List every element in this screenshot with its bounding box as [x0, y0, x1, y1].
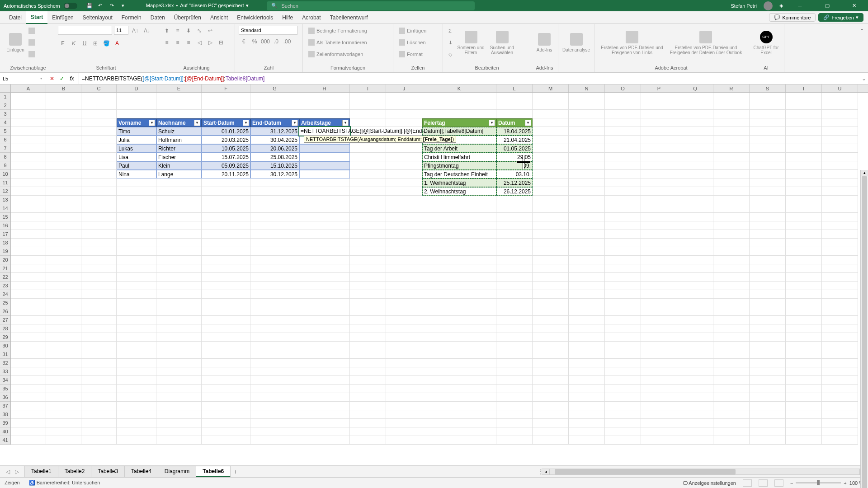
cell[interactable] [750, 187, 786, 196]
cell[interactable] [117, 324, 156, 333]
tab-hilfe[interactable]: Hilfe [278, 11, 297, 24]
cell[interactable] [533, 333, 569, 342]
cell[interactable] [81, 144, 117, 153]
cell[interactable] [117, 402, 156, 410]
cell[interactable] [117, 230, 156, 239]
scroll-up-button[interactable]: ▴ [861, 170, 868, 176]
cell[interactable] [533, 350, 569, 359]
pagebreak-view-button[interactable] [774, 479, 783, 487]
table1-cell[interactable]: 30.12.2025 [250, 170, 299, 178]
cell[interactable] [11, 324, 46, 333]
insert-cells-button[interactable]: Einfügen [397, 26, 439, 36]
cell[interactable] [713, 144, 750, 153]
cell[interactable] [46, 144, 81, 153]
sheet-tab-tabelle6[interactable]: Tabelle6 [196, 466, 231, 477]
next-sheet-button[interactable]: ▷ [13, 468, 21, 476]
cell[interactable] [533, 230, 569, 239]
cell[interactable] [422, 110, 496, 118]
cell[interactable] [422, 273, 496, 282]
cell[interactable] [569, 359, 605, 367]
cell[interactable] [786, 93, 822, 101]
cell[interactable] [350, 427, 386, 436]
cell[interactable] [117, 367, 156, 376]
cell[interactable] [202, 324, 250, 333]
cell[interactable] [750, 419, 786, 427]
cell[interactable] [350, 204, 386, 213]
inc-decimal-button[interactable]: .0 [271, 37, 281, 47]
cell[interactable] [713, 376, 750, 385]
cell[interactable] [350, 239, 386, 247]
autosum-button[interactable]: Σ [447, 26, 454, 36]
row-header-36[interactable]: 36 [0, 393, 10, 402]
cell[interactable] [641, 307, 677, 316]
cell[interactable] [569, 144, 605, 153]
table2-cell[interactable]: 26.12.2025 [496, 187, 533, 196]
cell[interactable] [677, 393, 713, 402]
font-name-box[interactable] [58, 26, 112, 35]
cell[interactable] [677, 170, 713, 178]
cell[interactable] [11, 393, 46, 402]
cell[interactable] [641, 393, 677, 402]
table2-header[interactable]: Feiertag▾ [422, 118, 496, 127]
cell[interactable] [202, 230, 250, 239]
diamond-icon[interactable]: ◈ [779, 3, 783, 9]
cell[interactable] [786, 239, 822, 247]
cell[interactable] [677, 101, 713, 110]
cell[interactable] [202, 333, 250, 342]
cell[interactable] [350, 273, 386, 282]
cell[interactable] [713, 204, 750, 213]
prev-sheet-button[interactable]: ◁ [4, 468, 12, 476]
cell[interactable] [569, 385, 605, 393]
cell[interactable] [386, 316, 422, 324]
cell[interactable] [117, 333, 156, 342]
table1-cell[interactable]: 20.11.2025 [202, 170, 250, 178]
cell[interactable] [350, 170, 386, 178]
cell[interactable] [299, 402, 350, 410]
tab-formeln[interactable]: Formeln [117, 11, 146, 24]
cell[interactable] [250, 264, 299, 273]
cell[interactable] [11, 239, 46, 247]
cell[interactable] [786, 136, 822, 144]
zoom-out-button[interactable]: − [790, 480, 793, 486]
cell[interactable] [641, 204, 677, 213]
cell[interactable] [250, 333, 299, 342]
cell[interactable] [569, 239, 605, 247]
cell[interactable] [569, 376, 605, 385]
cell[interactable] [605, 127, 641, 136]
cell[interactable] [677, 221, 713, 230]
cell[interactable] [299, 230, 350, 239]
cell[interactable] [11, 342, 46, 350]
cell[interactable] [11, 196, 46, 204]
cell[interactable] [46, 367, 81, 376]
cell[interactable] [533, 410, 569, 419]
cell[interactable] [677, 110, 713, 118]
cell[interactable] [569, 221, 605, 230]
cell[interactable] [750, 282, 786, 290]
cell[interactable] [46, 342, 81, 350]
cell[interactable] [202, 316, 250, 324]
cell[interactable] [750, 427, 786, 436]
cell[interactable] [822, 101, 858, 110]
cell[interactable] [156, 393, 202, 402]
table2-cell[interactable]: 03.10. [496, 170, 533, 178]
cell[interactable] [299, 213, 350, 221]
cell[interactable] [496, 402, 533, 410]
cell[interactable] [533, 359, 569, 367]
cell[interactable] [46, 307, 81, 316]
cell[interactable] [386, 342, 422, 350]
cell[interactable] [117, 264, 156, 273]
cell[interactable] [786, 316, 822, 324]
row-header-1[interactable]: 1 [0, 93, 10, 101]
cell[interactable] [713, 256, 750, 264]
row-header-28[interactable]: 28 [0, 324, 10, 333]
cell[interactable] [641, 153, 677, 161]
cell[interactable] [713, 247, 750, 256]
cell[interactable] [822, 282, 858, 290]
cell[interactable] [299, 273, 350, 282]
cell[interactable] [250, 256, 299, 264]
cell[interactable] [786, 101, 822, 110]
cell[interactable] [496, 256, 533, 264]
cell[interactable] [46, 427, 81, 436]
cell[interactable] [533, 307, 569, 316]
cell[interactable] [496, 350, 533, 359]
